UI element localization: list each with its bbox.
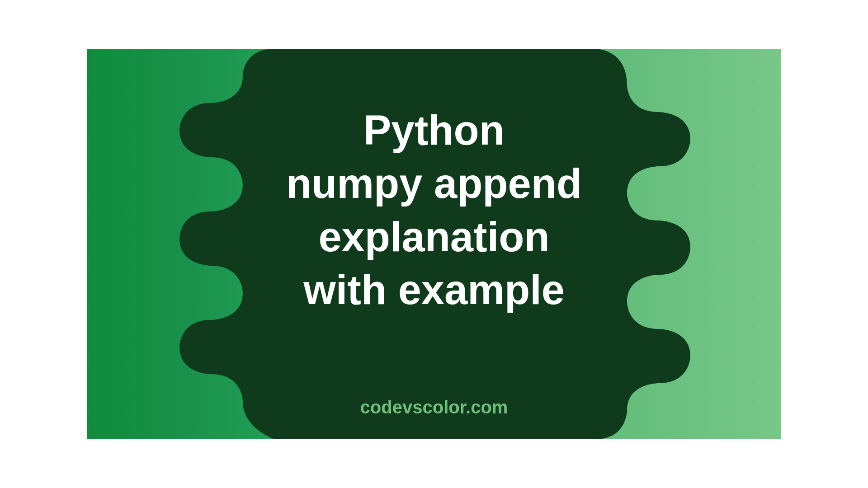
banner-title-line: with example (87, 263, 781, 317)
banner-title-line: Python (87, 104, 781, 157)
banner-title-line: numpy append (87, 157, 781, 211)
banner-title: Python numpy append explanation with exa… (87, 104, 781, 317)
site-name: codevscolor.com (87, 397, 781, 418)
page-canvas: Python numpy append explanation with exa… (0, 0, 868, 488)
banner-title-line: explanation (87, 211, 781, 264)
hero-banner: Python numpy append explanation with exa… (87, 49, 781, 439)
